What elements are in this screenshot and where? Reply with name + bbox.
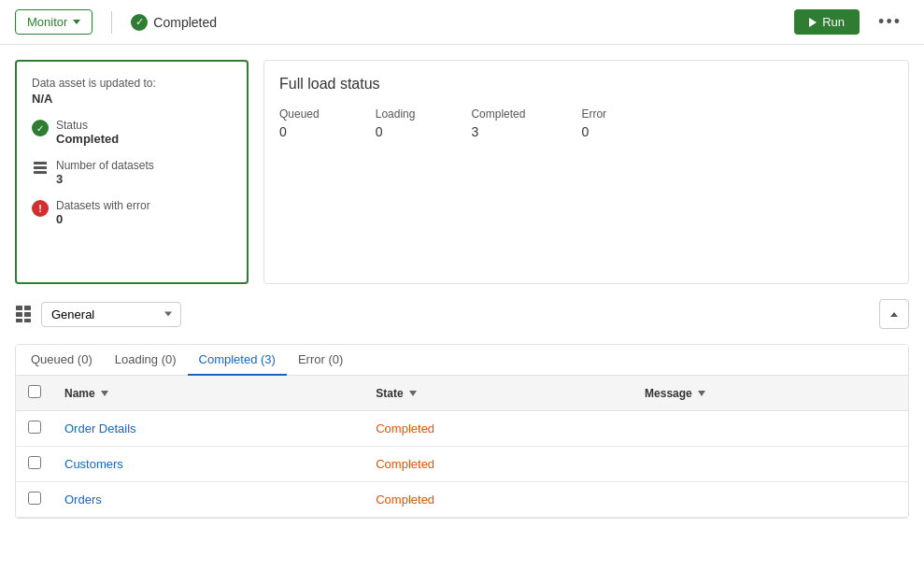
table-header-row: Name State Message bbox=[16, 376, 908, 411]
stat-completed-label: Completed bbox=[471, 107, 525, 121]
play-icon bbox=[809, 18, 817, 27]
datasets-info: Number of datasets 3 bbox=[56, 159, 154, 186]
full-load-panel: Full load status Queued 0 Loading 0 Comp… bbox=[263, 60, 909, 284]
tab-completed[interactable]: Completed (3) bbox=[188, 345, 287, 376]
row2-checkbox-cell bbox=[16, 447, 53, 482]
svg-rect-8 bbox=[24, 319, 31, 322]
error-value: 0 bbox=[56, 212, 150, 226]
grid-icon bbox=[15, 305, 34, 323]
error-row: ! Datasets with error 0 bbox=[32, 199, 232, 226]
collapse-chevron-icon bbox=[890, 312, 898, 317]
more-options-button[interactable]: ••• bbox=[871, 8, 909, 36]
row3-message bbox=[633, 482, 908, 518]
table-tabs: Queued (0) Loading (0) Completed (3) Err… bbox=[16, 345, 908, 376]
stat-queued-value: 0 bbox=[279, 124, 320, 139]
svg-rect-5 bbox=[16, 312, 22, 317]
svg-rect-3 bbox=[16, 306, 22, 310]
stat-loading: Loading 0 bbox=[376, 107, 416, 139]
status-value: Completed bbox=[56, 132, 119, 146]
general-select-wrapper: General bbox=[41, 302, 181, 327]
table-row: Orders Completed bbox=[16, 482, 908, 518]
row1-message bbox=[633, 411, 908, 447]
table-icon bbox=[32, 160, 49, 177]
datasets-value: 3 bbox=[56, 172, 154, 186]
table-section: Queued (0) Loading (0) Completed (3) Err… bbox=[15, 344, 909, 519]
row3-checkbox-cell bbox=[16, 482, 53, 518]
general-select[interactable]: General bbox=[41, 302, 181, 327]
filter-left: General bbox=[15, 302, 181, 327]
top-row: Data asset is updated to: N/A ✓ Status C… bbox=[15, 60, 909, 284]
run-button[interactable]: Run bbox=[794, 9, 860, 35]
stat-loading-label: Loading bbox=[376, 107, 416, 121]
table-row: Order Details Completed bbox=[16, 411, 908, 447]
select-all-cell bbox=[16, 376, 53, 411]
row1-state: Completed bbox=[364, 411, 633, 447]
run-label: Run bbox=[822, 15, 845, 29]
datasets-row: Number of datasets 3 bbox=[32, 159, 232, 186]
row1-name: Order Details bbox=[53, 411, 364, 447]
stat-error-value: 0 bbox=[581, 124, 606, 139]
grid-view-button[interactable] bbox=[15, 305, 34, 323]
row2-message bbox=[633, 447, 908, 482]
row3-name: Orders bbox=[53, 482, 364, 518]
th-message: Message bbox=[633, 376, 908, 411]
status-info: Status Completed bbox=[56, 119, 119, 146]
row1-checkbox[interactable] bbox=[28, 421, 41, 434]
data-asset-value: N/A bbox=[32, 92, 232, 106]
stat-queued: Queued 0 bbox=[279, 107, 320, 139]
header-status: ✓ Completed bbox=[131, 14, 794, 31]
tab-loading[interactable]: Loading (0) bbox=[104, 345, 188, 376]
name-sort-icon bbox=[101, 391, 108, 396]
svg-rect-0 bbox=[34, 162, 47, 164]
message-sort-icon bbox=[698, 391, 705, 396]
status-label: Status bbox=[56, 119, 119, 132]
table-row: Customers Completed bbox=[16, 447, 908, 482]
svg-rect-1 bbox=[34, 166, 47, 169]
error-icon: ! bbox=[32, 200, 49, 217]
th-name: Name bbox=[53, 376, 364, 411]
monitor-button[interactable]: Monitor bbox=[15, 9, 92, 35]
row2-checkbox[interactable] bbox=[28, 456, 41, 469]
tab-queued[interactable]: Queued (0) bbox=[20, 345, 104, 376]
stat-loading-value: 0 bbox=[376, 124, 416, 139]
status-row: ✓ Status Completed bbox=[32, 119, 232, 146]
error-info: Datasets with error 0 bbox=[56, 199, 150, 226]
datasets-label: Number of datasets bbox=[56, 159, 154, 172]
state-sort-icon bbox=[409, 391, 417, 396]
collapse-button[interactable] bbox=[879, 299, 909, 329]
svg-rect-6 bbox=[24, 312, 31, 317]
stat-queued-label: Queued bbox=[279, 107, 320, 121]
status-check-icon: ✓ bbox=[131, 14, 148, 31]
svg-rect-7 bbox=[16, 319, 22, 322]
error-label: Datasets with error bbox=[56, 199, 150, 212]
stat-completed: Completed 3 bbox=[471, 107, 525, 139]
stat-completed-value: 3 bbox=[471, 124, 525, 139]
status-card: Data asset is updated to: N/A ✓ Status C… bbox=[15, 60, 249, 284]
table-body: Order Details Completed Customers bbox=[16, 411, 908, 518]
chevron-down-icon bbox=[73, 20, 80, 24]
row3-checkbox[interactable] bbox=[28, 492, 41, 505]
data-asset-label: Data asset is updated to: bbox=[32, 77, 232, 90]
full-load-title: Full load status bbox=[279, 76, 893, 93]
row2-name: Customers bbox=[53, 447, 364, 482]
th-state: State bbox=[364, 376, 633, 411]
stat-error-label: Error bbox=[581, 107, 606, 121]
svg-rect-2 bbox=[34, 171, 47, 174]
data-table: Name State Message bbox=[16, 376, 908, 518]
filter-bar: General bbox=[15, 299, 909, 329]
header: Monitor ✓ Completed Run ••• bbox=[0, 0, 924, 45]
main-content: Data asset is updated to: N/A ✓ Status C… bbox=[0, 45, 924, 571]
monitor-label: Monitor bbox=[27, 15, 67, 29]
status-check-icon: ✓ bbox=[32, 120, 49, 136]
row2-state: Completed bbox=[364, 447, 633, 482]
tab-error[interactable]: Error (0) bbox=[287, 345, 354, 376]
svg-rect-4 bbox=[24, 306, 31, 310]
stat-error: Error 0 bbox=[581, 107, 606, 139]
header-status-text: Completed bbox=[153, 15, 217, 30]
load-stats: Queued 0 Loading 0 Completed 3 Error 0 bbox=[279, 107, 893, 139]
select-all-checkbox[interactable] bbox=[28, 385, 41, 398]
row1-checkbox-cell bbox=[16, 411, 53, 447]
header-divider bbox=[111, 11, 112, 34]
row3-state: Completed bbox=[364, 482, 633, 518]
